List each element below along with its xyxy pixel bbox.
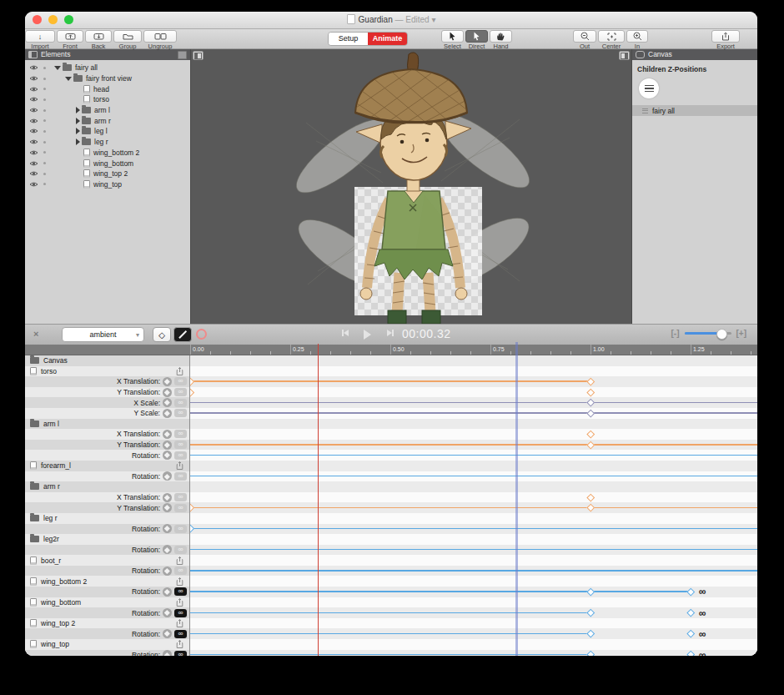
loop-infinity-button[interactable]: ∞ <box>174 451 187 460</box>
loop-infinity-button[interactable]: ∞ <box>174 630 187 638</box>
layer-tree-item-head[interactable]: head <box>25 83 190 94</box>
timeline-row-wing_top[interactable]: wing_top <box>25 639 757 650</box>
ungroup-button[interactable]: Ungroup <box>143 30 177 49</box>
loop-infinity-button[interactable]: ∞ <box>174 609 187 617</box>
keyframe-diamond[interactable] <box>686 630 694 637</box>
keyframe-diamond[interactable] <box>586 588 594 596</box>
timeline-row-X-Translation[interactable]: X Translation:∞ <box>25 376 757 387</box>
timeline-row-Rotation[interactable]: Rotation:∞ <box>25 545 757 556</box>
keyframe-diamond[interactable] <box>686 609 694 617</box>
keyframe-diamond[interactable] <box>190 525 193 532</box>
timeline-row-Y-Scale[interactable]: Y Scale:∞ <box>25 408 757 419</box>
export-button[interactable]: Export <box>711 30 740 49</box>
secondary-time-marker[interactable] <box>515 342 518 656</box>
timeline-row-X-Translation[interactable]: X Translation:∞ <box>25 492 757 503</box>
timeline-row-wing_bottom-2[interactable]: wing_bottom 2 <box>25 576 757 587</box>
timeline-zoom-slider[interactable] <box>685 332 731 335</box>
add-keyframe-button[interactable] <box>163 567 172 576</box>
keyframe-diamond[interactable] <box>586 493 594 501</box>
visibility-eye-icon[interactable] <box>29 128 38 134</box>
drag-handle-icon[interactable] <box>642 108 648 113</box>
zoom-in-bracket-icon[interactable]: [+] <box>736 329 747 338</box>
timeline-row-Rotation[interactable]: Rotation:∞ <box>25 471 757 482</box>
loop-infinity-button[interactable]: ∞ <box>174 388 187 396</box>
keyframe-diamond[interactable] <box>586 504 594 511</box>
collapse-panel-icon[interactable] <box>178 51 187 59</box>
keyframe-diamond[interactable] <box>190 388 193 395</box>
add-keyframe-button[interactable] <box>163 587 172 597</box>
layer-tree-item-arm-l[interactable]: arm l <box>25 105 190 116</box>
visibility-eye-icon[interactable] <box>29 64 38 71</box>
front-button[interactable]: Front <box>57 30 83 49</box>
step-forward-button[interactable] <box>387 330 394 336</box>
timeline-row-forearm_l[interactable]: forearm_l <box>25 461 757 471</box>
layer-tree-item-wing_top-2[interactable]: wing_top 2 <box>25 169 190 179</box>
z-position-list-icon[interactable] <box>639 78 659 98</box>
playhead[interactable] <box>318 344 319 656</box>
timeline-row-Rotation[interactable]: Rotation:∞∞ <box>25 587 757 597</box>
add-keyframe-button[interactable] <box>163 493 172 502</box>
timeline-row-Y-Translation[interactable]: Y Translation:∞ <box>25 387 757 398</box>
record-button[interactable] <box>196 329 207 340</box>
timeline-ruler[interactable]: 0.000.250.500.751.001.25 <box>25 345 757 355</box>
visibility-eye-icon[interactable] <box>29 118 38 124</box>
zoom-center-button[interactable]: Center <box>598 30 625 49</box>
loop-infinity-button[interactable]: ∞ <box>174 651 187 656</box>
keyframe-diamond[interactable] <box>586 441 594 448</box>
skip-to-start-button[interactable] <box>342 330 349 336</box>
layer-tree-item-wing_bottom-2[interactable]: wing_bottom 2 <box>25 148 190 159</box>
keyframe-diamond[interactable] <box>586 388 594 395</box>
visibility-eye-icon[interactable] <box>29 86 38 93</box>
timeline-row-X-Scale[interactable]: X Scale:∞ <box>25 397 757 408</box>
loop-infinity-button[interactable]: ∞ <box>174 504 187 512</box>
loop-infinity-button[interactable]: ∞ <box>174 546 187 554</box>
add-keyframe-button[interactable] <box>163 524 172 533</box>
add-keyframe-button[interactable] <box>163 398 172 407</box>
group-button[interactable]: Group <box>113 30 142 49</box>
keyframe-diamond[interactable] <box>686 651 694 656</box>
timeline-row-Rotation[interactable]: Rotation:∞ <box>25 566 757 577</box>
keyframe-diamond[interactable] <box>686 588 694 596</box>
disclosure-triangle-icon[interactable] <box>65 77 72 81</box>
keyframe-mode-button[interactable]: ◇ <box>153 327 171 342</box>
layer-tree-item-fairy-all[interactable]: fairy all <box>25 63 190 73</box>
visibility-eye-icon[interactable] <box>29 160 38 167</box>
loop-infinity-button[interactable]: ∞ <box>174 525 187 533</box>
import-button[interactable]: ↓ Import <box>25 30 55 49</box>
timeline-row-Rotation[interactable]: Rotation:∞∞ <box>25 650 757 656</box>
share-icon[interactable] <box>176 461 183 471</box>
share-icon[interactable] <box>176 577 183 586</box>
layer-tree-item-leg-r[interactable]: leg r <box>25 137 190 148</box>
loop-infinity-button[interactable]: ∞ <box>174 409 187 417</box>
loop-infinity-button[interactable]: ∞ <box>174 377 187 385</box>
direct-tool-button[interactable]: Direct <box>465 30 488 49</box>
toggle-right-panel-button[interactable] <box>619 51 630 60</box>
keyframe-diamond[interactable] <box>586 409 594 416</box>
add-keyframe-button[interactable] <box>163 377 172 386</box>
timeline-row-wing_top-2[interactable]: wing_top 2 <box>25 618 757 629</box>
loop-infinity-button[interactable]: ∞ <box>174 472 187 481</box>
loop-infinity-button[interactable]: ∞ <box>174 430 187 438</box>
layer-tree-item-arm-r[interactable]: arm r <box>25 115 190 126</box>
timeline-row-boot_r[interactable]: boot_r <box>25 555 757 566</box>
disclosure-triangle-icon[interactable] <box>76 128 80 134</box>
canvas-viewport[interactable] <box>191 49 631 324</box>
easing-mode-button[interactable] <box>173 327 192 342</box>
disclosure-triangle-icon[interactable] <box>54 66 61 70</box>
add-keyframe-button[interactable] <box>163 430 172 439</box>
add-keyframe-button[interactable] <box>163 629 172 638</box>
animation-preset-dropdown[interactable]: ambient ▾ <box>62 327 144 342</box>
share-icon[interactable] <box>176 619 183 628</box>
keyframe-diamond[interactable] <box>190 504 193 511</box>
add-keyframe-button[interactable] <box>163 388 172 397</box>
timeline-row-Y-Translation[interactable]: Y Translation:∞ <box>25 502 757 513</box>
slider-knob[interactable] <box>716 329 727 340</box>
zoom-out-bracket-icon[interactable]: [-] <box>671 329 680 338</box>
timeline-row-Rotation[interactable]: Rotation:∞ <box>25 524 757 535</box>
timeline-row-Canvas[interactable]: Canvas <box>25 355 757 366</box>
timeline-row-arm-l[interactable]: arm l <box>25 419 757 430</box>
share-icon[interactable] <box>176 366 183 375</box>
setup-mode-button[interactable]: Setup <box>329 33 368 45</box>
timeline-row-Y-Translation[interactable]: Y Translation:∞ <box>25 440 757 451</box>
layer-tree-item-wing_bottom[interactable]: wing_bottom <box>25 158 190 169</box>
